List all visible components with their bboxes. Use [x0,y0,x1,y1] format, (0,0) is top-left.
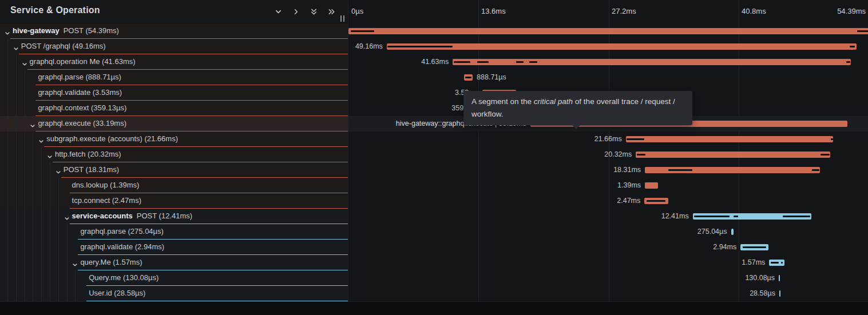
span-bar[interactable] [464,74,473,81]
tree-row[interactable]: Query.me (130.08µs) [0,270,348,286]
child-span-stripe [477,61,488,63]
child-span-stripe [743,246,766,248]
span-duration-label: 18.31ms [613,162,641,178]
tree-chevron-icon[interactable] [47,152,53,158]
tree-row[interactable]: query.Me (1.57ms) [0,255,348,270]
tree-chevron-icon[interactable] [13,44,19,50]
span-bar[interactable] [626,136,833,142]
tree-row[interactable]: subgraph.execute (accounts) (21.66ms) [0,131,348,147]
timeline-row[interactable]: 41.63ms [348,54,868,70]
span-duration-label: 2.47ms [617,193,640,209]
child-span-stripe [821,154,830,155]
span-bar[interactable] [731,229,734,235]
span-label: graphql.validate (3.53ms) [38,85,122,100]
timeline-row[interactable]: 275.04µs [348,224,868,240]
axis-tick-label: 27.2ms [612,7,636,15]
span-bar[interactable] [387,43,857,50]
pane-resize-grip[interactable] [340,15,346,22]
indent-guide [7,39,8,301]
span-duration-label: 275.04µs [697,224,727,240]
indent-guide [67,224,68,301]
tree-row[interactable]: hive-gatewayPOST (54.39ms) [0,23,348,39]
axis-tick-label: 40.8ms [742,7,766,15]
span-bar[interactable] [453,59,851,65]
tree-row[interactable]: graphql.validate (2.94ms) [0,240,348,255]
child-span-stripe [516,61,524,63]
chevron-right-icon[interactable] [291,7,300,16]
timeline-row[interactable]: 1.57ms [348,255,868,270]
timeline-panel: 0µs13.6ms27.2ms40.8ms54.39ms 49.16ms41.6… [348,0,868,301]
tree-chevron-icon[interactable] [22,59,27,65]
timeline-row[interactable] [348,23,868,39]
service-operation-panel: Service & Operation hive-gatewayPOST (54… [0,0,348,301]
child-span-stripe [781,262,783,264]
tree-row[interactable]: User.id (28.58µs) [0,286,348,301]
tree-row[interactable]: POST (18.31ms) [0,162,348,178]
child-span-stripe [529,61,537,63]
timeline-row[interactable]: 18.31ms [348,162,868,178]
span-bar[interactable] [636,151,830,158]
tree-chevron-icon[interactable] [64,214,70,220]
span-duration-label: 1.57ms [742,255,765,270]
span-bar[interactable] [769,260,784,266]
child-span-stripe [694,216,730,217]
timeline-row[interactable]: 2.94ms [348,240,868,255]
timeline-row[interactable]: 49.16ms [348,39,868,54]
span-bar[interactable] [779,275,780,281]
indent-guide [58,178,59,301]
span-label: subgraph.execute (accounts) (21.66ms) [46,131,178,146]
span-bar[interactable] [779,290,780,297]
timeline-row[interactable]: 130.08µs [348,270,868,286]
span-bar[interactable] [693,213,811,220]
tree-row[interactable]: dns.lookup (1.39ms) [0,178,348,193]
span-label: graphql.context (359.13µs) [38,101,126,115]
header-icon-group [274,7,336,16]
indent-guide [75,270,76,301]
tree-chevron-icon[interactable] [30,121,35,127]
indent-guide [25,70,25,301]
span-duration-label: 130.08µs [745,270,775,286]
tree-row[interactable]: graphql.context (359.13µs) [0,101,348,116]
double-chevron-right-icon[interactable] [327,7,336,16]
child-span-stripe [351,30,375,32]
tree-chevron-icon[interactable] [72,260,78,266]
span-label: hive-gatewayPOST (54.39ms) [13,23,119,38]
span-bar[interactable] [740,244,768,250]
span-duration-label: 28.58µs [750,286,775,301]
tree-row[interactable]: graphql.operation Me (41.63ms) [0,54,348,70]
tree-chevron-icon[interactable] [56,168,61,173]
span-duration-label: 888.71µs [477,70,506,85]
axis-tick-label: 54.39ms [837,7,866,15]
tree-row[interactable]: service-accountsPOST (12.41ms) [0,209,348,224]
span-bar[interactable] [645,167,820,173]
tree-chevron-icon[interactable] [38,137,44,142]
tree-row[interactable]: POST /graphql (49.16ms) [0,39,348,54]
tree-row[interactable]: graphql.parse (275.04µs) [0,224,348,240]
span-label: graphql.parse (275.04µs) [80,224,164,239]
axis-tick-label: 0µs [351,7,363,15]
axis-tick-label: 13.6ms [481,7,506,15]
indent-guide [50,162,50,301]
double-chevron-down-icon[interactable] [309,7,318,16]
tree-row[interactable]: tcp.connect (2.47ms) [0,193,348,209]
timeline-row[interactable]: 1.39ms [348,178,868,193]
span-bar[interactable] [645,182,658,189]
chevron-down-icon[interactable] [274,7,283,16]
timeline-row[interactable]: 28.58µs [348,286,868,301]
timeline-row[interactable]: 888.71µs [348,70,868,85]
timeline-row[interactable]: 20.32ms [348,147,868,162]
span-bar[interactable] [644,198,668,204]
tree-row[interactable]: graphql.validate (3.53ms) [0,85,348,101]
timeline-row[interactable]: 2.47ms [348,193,868,209]
tree-row[interactable]: graphql.parse (888.71µs) [0,70,348,85]
span-bar[interactable] [348,28,868,34]
tree-row[interactable]: graphql.execute (33.19ms) [0,116,348,131]
span-label: graphql.validate (2.94ms) [80,240,164,254]
tree-row[interactable]: http.fetch (20.32ms) [0,147,348,162]
indent-guide [16,54,17,301]
timeline-row[interactable]: 12.41ms [348,209,868,224]
span-duration-label: 2.94ms [713,240,736,255]
timeline-row[interactable]: 21.66ms [348,131,868,147]
tree-chevron-icon[interactable] [5,29,10,34]
indent-guide [33,131,33,301]
